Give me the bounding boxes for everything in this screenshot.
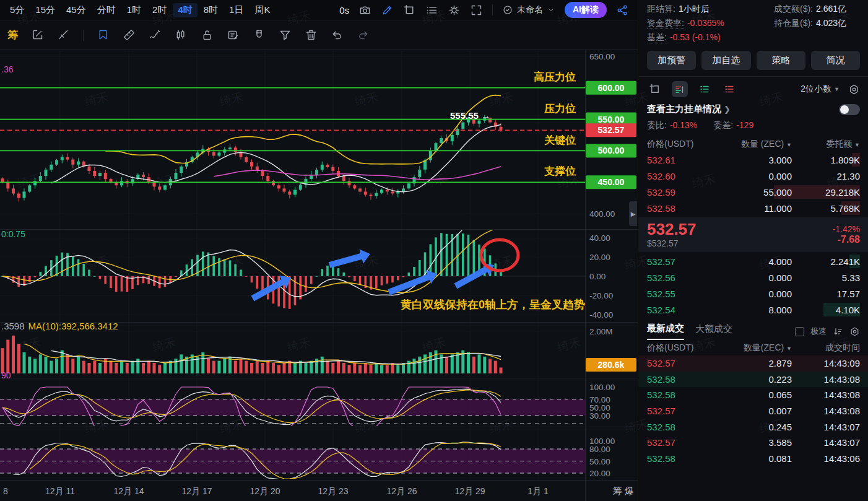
last-price-block[interactable]: 532.57 $532.57 -1.42% -7.68 xyxy=(638,217,868,252)
lock-icon[interactable] xyxy=(201,28,214,41)
ai-analyze-button[interactable]: AI解读 xyxy=(565,2,607,18)
col-amount[interactable]: 委托额 ▼ xyxy=(792,139,860,150)
market-panel: 距结算:1小时后 成交额($):2.661亿 资金费率:-0.0365% 持仓量… xyxy=(638,0,868,501)
orderbook-row[interactable]: 532.613.0001.809K xyxy=(638,152,868,168)
trash-icon[interactable] xyxy=(305,28,318,41)
timeframe-4时[interactable]: 4时 xyxy=(173,3,197,17)
trade-row[interactable]: 532.580.06514:43:08 xyxy=(638,387,868,403)
panel-collapse-handle[interactable]: ▶ xyxy=(629,201,637,226)
add-pane-icon[interactable] xyxy=(403,4,416,17)
ratio-value: -0.13% xyxy=(670,120,697,130)
timeframe-45分[interactable]: 45分 xyxy=(61,3,91,17)
orderbook-both-view-icon[interactable] xyxy=(672,81,688,97)
timeframe-5分[interactable]: 5分 xyxy=(5,3,29,17)
timeframe-分时[interactable]: 分时 xyxy=(92,3,121,17)
svg-text:12月 14: 12月 14 xyxy=(113,486,144,496)
trend-line-tool-icon[interactable] xyxy=(57,28,70,41)
svg-text:532.57: 532.57 xyxy=(598,125,625,135)
share-icon[interactable] xyxy=(616,4,629,17)
ruler-tool-icon[interactable] xyxy=(123,28,136,41)
svg-text:0:0.75: 0:0.75 xyxy=(1,229,25,239)
candle-countdown: 0s xyxy=(339,5,349,15)
svg-text:100.00: 100.00 xyxy=(589,383,615,392)
tab-large-trades[interactable]: 大额成交 xyxy=(695,323,732,339)
orderbook-asks-view-icon[interactable] xyxy=(721,81,737,97)
timeframe-8时[interactable]: 8时 xyxy=(199,3,223,17)
orderbook-row[interactable]: 532.5955.00029.218K xyxy=(638,184,868,200)
trade-row[interactable]: 532.572.87914:43:09 xyxy=(638,355,868,372)
sort-icon[interactable] xyxy=(833,326,843,337)
trade-row[interactable]: 532.570.00714:43:08 xyxy=(638,403,868,419)
svg-text:关键位: 关键位 xyxy=(544,134,576,146)
filter-icon[interactable] xyxy=(279,28,292,41)
trades-list: 532.572.87914:43:09532.580.22314:43:0853… xyxy=(638,355,868,466)
trades-header: 价格(USDT) 数量(ZEC) ▼ 成交时间 xyxy=(638,340,868,355)
trades-settings-icon[interactable] xyxy=(849,326,860,337)
orderbook-row[interactable]: 532.5811.0005.768K xyxy=(638,200,868,216)
draw-pencil-icon[interactable] xyxy=(381,4,394,17)
last-price: 532.57 xyxy=(647,221,697,238)
add-widget-icon[interactable] xyxy=(647,81,663,97)
main-orders-link[interactable]: 查看主力挂单情况 xyxy=(647,103,721,115)
orderbook-bids: 532.574.0002.241K532.560.0005.33532.550.… xyxy=(638,253,868,318)
orderbook-bids-view-icon[interactable] xyxy=(697,81,713,97)
camera-icon[interactable] xyxy=(358,4,371,17)
magnet-icon[interactable] xyxy=(253,28,266,41)
trade-row[interactable]: 532.573.58514:43:07 xyxy=(638,435,868,451)
svg-text:筹 爆: 筹 爆 xyxy=(613,486,634,496)
svg-text:12月 29: 12月 29 xyxy=(454,486,485,496)
timeframe-2时[interactable]: 2时 xyxy=(147,3,171,17)
chart-settings-icon[interactable] xyxy=(448,4,461,17)
note-edit-icon[interactable] xyxy=(227,28,240,41)
timeframe-1日[interactable]: 1日 xyxy=(224,3,248,17)
funding-value: -0.0365% xyxy=(687,18,724,28)
chips-indicator-label[interactable]: 筹 xyxy=(7,28,18,42)
panel-button-加预警[interactable]: 加预警 xyxy=(647,51,696,70)
indicator-list-icon[interactable] xyxy=(425,4,438,17)
edit-box-icon[interactable] xyxy=(31,28,44,41)
layout-name-menu[interactable]: 未命名 xyxy=(502,4,555,15)
orderbook-row[interactable]: 532.600.00021.30 xyxy=(638,168,868,184)
candle-pattern-icon[interactable] xyxy=(175,28,188,41)
freehand-draw-icon[interactable] xyxy=(149,28,162,41)
basis-label[interactable]: 基差: xyxy=(647,32,667,43)
main-orders-toggle[interactable] xyxy=(839,104,860,115)
col-qty[interactable]: 数量(ZEC) ▼ xyxy=(712,342,792,354)
col-qty[interactable]: 数量 (ZEC) ▼ xyxy=(712,139,792,150)
trade-row[interactable]: 532.580.24514:43:07 xyxy=(638,419,868,435)
chart-section: 5分15分45分分时1时2时4时8时1日周K 0s 未命名 AI解读 xyxy=(0,0,638,501)
timeframe-1时[interactable]: 1时 xyxy=(122,3,146,17)
basis-value: -0.53 (-0.1%) xyxy=(670,32,721,42)
orderbook-row[interactable]: 532.574.0002.241K xyxy=(638,253,868,269)
tab-latest-trades[interactable]: 最新成交 xyxy=(647,323,684,340)
fullscreen-icon[interactable] xyxy=(470,4,483,17)
svg-text:50.00: 50.00 xyxy=(589,457,610,466)
settle-value: 1小时后 xyxy=(679,4,710,14)
panel-button-策略[interactable]: 策略 xyxy=(757,51,805,70)
fast-mode-checkbox[interactable] xyxy=(795,327,804,336)
chart-svg[interactable]: 650.00400.00600.00550.00500.00450.00532.… xyxy=(0,50,638,501)
panel-button-简况[interactable]: 简况 xyxy=(811,51,860,70)
svg-text:高压力位: 高压力位 xyxy=(534,71,576,83)
layout-name: 未命名 xyxy=(517,4,543,15)
undo-icon[interactable] xyxy=(331,28,344,41)
timeframe-周K[interactable]: 周K xyxy=(250,3,275,17)
diff-value: -129 xyxy=(736,120,753,130)
bookmark-tool-icon[interactable] xyxy=(97,28,110,41)
orderbook-row[interactable]: 532.560.0005.33 xyxy=(638,269,868,285)
redo-icon[interactable] xyxy=(357,28,370,41)
svg-text:支撑位: 支撑位 xyxy=(544,165,576,177)
oi-label: 持仓量($): xyxy=(774,18,813,28)
timeframe-15分[interactable]: 15分 xyxy=(30,3,60,17)
trade-row[interactable]: 532.580.08114:43:06 xyxy=(638,451,868,467)
panel-button-加自选[interactable]: 加自选 xyxy=(701,51,750,70)
trade-row[interactable]: 532.580.22314:43:08 xyxy=(638,372,868,388)
precision-select[interactable]: 2位小数 ▼ xyxy=(801,84,840,95)
orderbook-header: 价格(USDT) 数量 (ZEC) ▼ 委托额 ▼ xyxy=(638,136,868,152)
main-chart[interactable]: 650.00400.00600.00550.00500.00450.00532.… xyxy=(0,50,638,501)
orderbook-row[interactable]: 532.550.00017.57 xyxy=(638,285,868,302)
orderbook-settings-icon[interactable] xyxy=(848,84,860,95)
funding-label[interactable]: 资金费率: xyxy=(647,18,684,29)
svg-text:30.00: 30.00 xyxy=(589,411,610,420)
orderbook-row[interactable]: 532.548.0004.10K xyxy=(638,302,868,318)
